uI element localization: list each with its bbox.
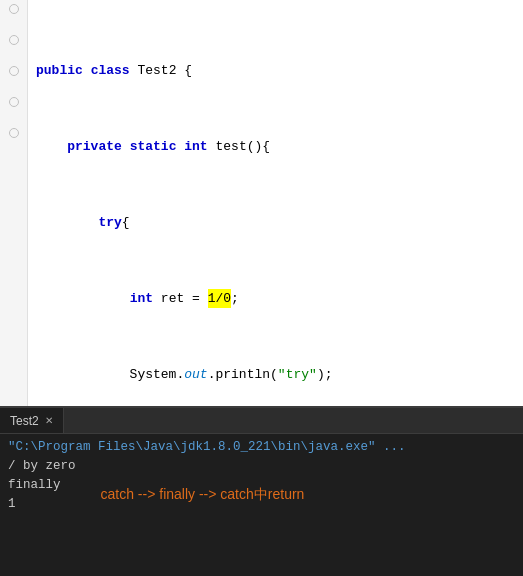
code-editor: public class Test2 { private static int … [0,0,523,406]
console-output-text-1: / by zero [8,459,76,473]
keyword-public: public [36,61,83,80]
code-line-4: int ret = 1/0; [36,289,523,308]
console-tab-close-icon[interactable]: ✕ [45,415,53,426]
console-annotation-text: catch --> finally --> catch中return [101,486,305,502]
console-tab-test2[interactable]: Test2 ✕ [0,408,64,433]
highlight-division: 1/0 [208,289,231,308]
console-panel: Test2 ✕ "C:\Program Files\Java\jdk1.8.0_… [0,406,523,576]
console-output-row-2: finally 1 catch --> finally --> catch中re… [8,476,515,514]
gutter-marker-5 [9,128,19,138]
editor-gutter [0,0,28,406]
console-output-left: finally 1 [8,476,61,514]
console-output-2: finally [8,476,61,495]
gutter-marker-2 [9,35,19,45]
code-lines: public class Test2 { private static int … [28,0,523,406]
code-line-5: System.out.println("try"); [36,365,523,384]
code-line-1: public class Test2 { [36,61,523,80]
string-try: "try" [278,365,317,384]
console-output-area: "C:\Program Files\Java\jdk1.8.0_221\bin\… [0,434,523,576]
console-command-line: "C:\Program Files\Java\jdk1.8.0_221\bin\… [8,438,515,457]
console-annotation-container: catch --> finally --> catch中return [101,486,305,504]
console-output-text-2: finally [8,478,61,492]
console-tab-bar: Test2 ✕ [0,408,523,434]
gutter-marker-3 [9,66,19,76]
code-line-2: private static int test(){ [36,137,523,156]
console-output-1: / by zero [8,457,515,476]
keyword-class: class [91,61,130,80]
keyword-static: static [130,137,177,156]
console-command-text: "C:\Program Files\Java\jdk1.8.0_221\bin\… [8,440,406,454]
console-output-3: 1 [8,495,61,514]
gutter-marker-1 [9,4,19,14]
code-line-3: try{ [36,213,523,232]
console-tab-label: Test2 [10,414,39,428]
keyword-private: private [67,137,122,156]
field-out: out [184,365,207,384]
console-output-text-3: 1 [8,497,16,511]
keyword-int: int [184,137,207,156]
gutter-marker-4 [9,97,19,107]
keyword-try: try [98,213,121,232]
keyword-int2: int [130,289,153,308]
